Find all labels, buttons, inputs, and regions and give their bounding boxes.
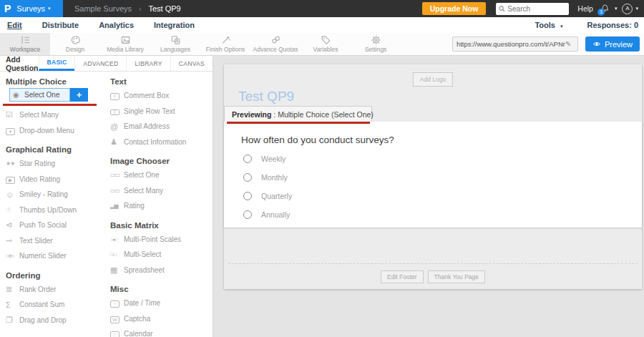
question-type-select-one[interactable]: ◉ Select One [9,88,70,102]
ranked-list-icon: ≣ [6,285,19,294]
numeric-slider-icon: ○⊕○ [6,253,19,259]
nav-tab-integration[interactable]: Integration [154,21,195,29]
search-icon [499,6,505,12]
section-multiple-choice: Multiple Choice [6,77,104,86]
option-annually[interactable]: Annually [243,210,290,219]
footer-divider [228,263,638,264]
tab-canvas[interactable]: CANVAS [170,56,213,71]
survey-card: Add Logo Test QP9 Previewing : Multiple … [224,64,642,289]
option-quarterly[interactable]: Quarterly [243,192,292,200]
nav-tab-edit[interactable]: Edit [7,21,22,29]
survey-nav: Edit Distribute Analytics Integration To… [0,17,644,33]
workspace-icon [20,35,31,45]
radio-icon[interactable] [243,192,252,200]
question-type-constant-sum[interactable]: Σ Constant Sum [0,297,104,313]
section-text: Text [110,77,212,86]
single-row-text-icon: I [110,107,124,115]
question-type-rank-order[interactable]: ≣ Rank Order [0,282,104,298]
question-text[interactable]: How often do you conduct surveys? [241,135,394,145]
drag-drop-icon: ❐ [6,316,19,325]
avatar[interactable]: A [622,4,633,14]
at-sign-icon: @ [110,122,124,131]
nav-tab-analytics[interactable]: Analytics [99,21,134,29]
question-type-numeric-slider[interactable]: ○⊕○ Numeric Slider [0,248,104,264]
gear-icon [371,35,381,45]
question-type-contact-information[interactable]: ♟ Contact Information [104,135,212,150]
option-weekly[interactable]: Weekly [243,155,286,163]
add-select-one-button[interactable]: + [70,88,88,102]
question-type-text-slider[interactable]: ⊸ Text Slider [0,233,104,249]
search-input[interactable] [507,5,565,13]
chevron-down-icon[interactable]: ▾ [635,6,638,11]
toolbar-design[interactable]: Design [50,33,100,55]
question-type-push-to-social[interactable]: ⊲ Push To Social [0,218,104,233]
question-type-video-rating[interactable]: ▶ Video Rating [0,172,104,187]
tab-advanced[interactable]: ADVANCED [74,56,126,71]
question-type-captcha[interactable]: vx Captcha [104,311,212,327]
tab-basic[interactable]: BASIC [39,56,75,71]
eye-icon [592,41,601,47]
question-type-thumbs-up-down[interactable]: ☝ Thumbs Up/Down [0,202,104,218]
question-type-email-address[interactable]: @ Email Address [104,119,212,135]
question-type-comment-box[interactable]: I Comment Box [104,88,212,104]
question-type-dropdown-menu[interactable]: ▾ Drop-down Menu [0,123,104,139]
chevron-down-icon: ▾ [560,24,563,29]
upgrade-now-button[interactable]: Upgrade Now [422,2,487,15]
tab-library[interactable]: LIBRARY [126,56,170,71]
image-icon [120,35,131,45]
contact-person-icon: ♟ [110,137,124,147]
toolbar-settings[interactable]: Settings [351,33,401,55]
notifications-button[interactable]: 3 [600,4,610,14]
edit-url-pencil-icon[interactable]: ✎ [565,40,571,48]
chevron-down-icon[interactable]: ▾ [615,6,618,11]
toolbar-languages[interactable]: A Languages [150,33,200,55]
question-type-spreadsheet[interactable]: ▦ Spreadsheet [104,263,212,278]
survey-preview-area: Add Logo Test QP9 Previewing : Multiple … [213,56,644,337]
smiley-icon: ☺ [6,190,19,199]
edit-footer-button[interactable]: Edit Footer [381,270,424,283]
date-time-icon: ·· [110,298,124,308]
breadcrumb-separator-icon: › [139,5,141,13]
responses-count[interactable]: Responses: 0 [587,21,638,29]
palette-icon [70,35,81,45]
question-preview-panel: How often do you conduct surveys? Weekly… [224,122,642,228]
section-graphical-rating: Graphical Rating [6,145,104,154]
toolbar-variables[interactable]: Variables [301,33,351,55]
product-menu[interactable]: Surveys [16,4,45,13]
toolbar-advance-quotas[interactable]: Advance Quotas [250,33,301,55]
question-type-image-select-one[interactable]: ▭▭ Select One [104,167,212,183]
survey-url-field[interactable]: ✎ [452,36,578,52]
logo-block[interactable]: P Surveys ▾ [0,0,63,17]
radio-icon[interactable] [243,210,252,219]
question-type-multi-select[interactable]: □▫□ Multi-Select [104,247,212,263]
radio-icon[interactable] [243,155,252,163]
thank-you-page-button[interactable]: Thank You Page [428,270,485,283]
add-logo-button[interactable]: Add Logo [413,72,453,87]
question-type-smiley-rating[interactable]: ☺ Smiley - Rating [0,187,104,202]
question-type-multi-point-scales[interactable]: ○●○ Multi-Point Scales [104,232,212,248]
question-type-date-time[interactable]: ·· Date / Time [104,296,212,311]
toolbar-media-library[interactable]: Media Library [100,33,150,55]
nav-tab-distribute[interactable]: Distribute [42,21,79,29]
help-link[interactable]: Help [577,4,593,13]
section-basic-matrix: Basic Matrix [110,221,212,230]
question-type-image-select-many[interactable]: ▭▭ Select Many [104,183,212,199]
toolbar-workspace[interactable]: Workspace [0,33,50,55]
search-box[interactable] [496,3,569,15]
survey-url-input[interactable] [457,40,565,48]
question-type-single-row-text[interactable]: I Single Row Text [104,104,212,119]
question-type-image-rating[interactable]: ▂▅ Rating [104,198,212,214]
option-monthly[interactable]: Monthly [243,173,288,182]
toolbar-finish-options[interactable]: Finish Options [200,33,250,55]
tools-dropdown[interactable]: Tools ▾ [535,21,562,29]
question-type-drag-and-drop[interactable]: ❐ Drag and Drop [0,313,104,328]
survey-title[interactable]: Test QP9 [238,89,294,104]
share-icon: ⊲ [6,220,19,230]
question-type-select-many[interactable]: ☑ Select Many [0,107,104,123]
radio-icon[interactable] [243,173,252,182]
breadcrumb-parent[interactable]: Sample Surveys [74,4,132,13]
preview-button[interactable]: Preview [585,36,640,52]
question-type-calendar[interactable]: ::: Calendar [104,326,212,337]
checkbox-group-icon: ☑ [6,110,19,119]
question-type-star-rating[interactable]: ★★ Star Rating [0,156,104,172]
